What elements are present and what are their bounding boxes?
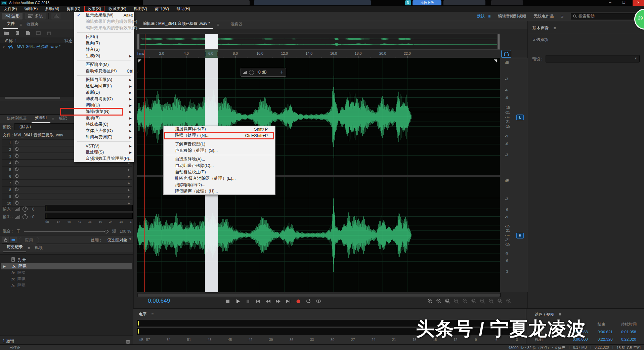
horizontal-scrollbar[interactable] (5, 97, 60, 99)
zoom-out-full-icon[interactable] (480, 298, 485, 305)
multitrack-view-button[interactable]: 多轨 (25, 13, 46, 19)
rack-slot-row[interactable]: 5▶ (2, 166, 132, 173)
menu-item[interactable]: 编辑效果组内的剪辑效果(F) (74, 18, 134, 25)
workspace-edit-audio-video-tab[interactable]: 编辑音频到视频 (498, 13, 526, 19)
menu-item[interactable]: 批处理(S)▶ (74, 149, 134, 156)
selection-end-handle[interactable]: } (217, 51, 219, 56)
zoom-sel-left-icon[interactable] (488, 298, 494, 305)
insert-multitrack-icon[interactable] (36, 31, 41, 35)
menu-item[interactable]: 匹配响度(M) (74, 61, 134, 68)
history-trash-icon[interactable] (126, 339, 130, 344)
menu-item[interactable]: 降噪（处理）(N)...Ctrl+Shift+P (164, 132, 275, 139)
rack-slot-row[interactable]: 9▶ (2, 193, 132, 200)
rack-slot-row[interactable]: 8▶ (2, 186, 132, 193)
time-display[interactable]: 0:00.649 (148, 298, 170, 304)
history-entry[interactable]: fx降噪 (1, 282, 132, 289)
zoom-amplitude-in-icon[interactable] (454, 298, 459, 305)
menu-item[interactable]: 特殊效果(C)▶ (74, 121, 134, 128)
editor-panel-menu-icon[interactable]: ≡ (217, 23, 219, 29)
basic-sound-menu-icon[interactable]: ≡ (553, 26, 556, 31)
tab-editor[interactable]: 编辑器 : MVI_3641 音频已提取 .wav * (139, 20, 213, 29)
menu-item[interactable]: 自动修复选区(H)Ctrl+U (74, 68, 134, 74)
input-gain-knob[interactable] (23, 207, 28, 212)
monitor-panel[interactable] (501, 50, 511, 58)
selview-value[interactable]: 0:01.058 (621, 330, 636, 334)
rewind-button[interactable] (265, 299, 271, 305)
mix-slider-knob[interactable] (104, 230, 108, 233)
menu-item[interactable]: 诊断(D)▶ (74, 89, 134, 96)
import-file-icon[interactable] (14, 31, 20, 35)
overview-strip[interactable] (137, 34, 500, 50)
zoom-in-left-icon[interactable] (471, 298, 477, 305)
menu-item[interactable]: 自动相位校正(P)... (164, 169, 275, 175)
workspace-menu-icon[interactable]: ≡ (488, 14, 490, 19)
close-button[interactable]: ✕ (633, 0, 644, 6)
spectral-display-button[interactable] (51, 13, 60, 19)
menu-item[interactable]: 立体声声像(O)▶ (74, 128, 134, 134)
zoom-sel-right-icon[interactable] (497, 298, 503, 305)
power-toggle-icon[interactable] (13, 140, 20, 145)
slot-menu-arrow-icon[interactable]: ▶ (128, 168, 132, 171)
menu-item[interactable]: 振幅与压限(A)▶ (74, 77, 134, 83)
menu-item[interactable]: 消除嗡嗡声(D)... (164, 182, 275, 188)
selview-value[interactable]: 0:06.621 (598, 330, 613, 334)
zoom-amplitude-out-icon[interactable] (462, 298, 468, 305)
menubar-item[interactable]: 多轨(M) (41, 6, 63, 12)
new-file-icon[interactable] (26, 31, 31, 35)
effects-rack-menu-icon[interactable]: ≡ (52, 117, 54, 123)
zoom-reset-icon[interactable] (506, 298, 512, 305)
tab-favorites[interactable]: 收藏夹 (23, 21, 42, 29)
expander-icon[interactable]: > (0, 45, 5, 49)
power-toggle-icon[interactable] (13, 154, 20, 159)
power-toggle-icon[interactable] (13, 180, 20, 186)
menu-item[interactable]: 自动咔嗒声移除(C)... (164, 163, 275, 169)
apply-button[interactable]: 应用 (19, 237, 39, 244)
menubar-item[interactable]: 窗口(W) (151, 6, 173, 12)
menu-item[interactable]: ✓显示效果组(W)Alt+0 (74, 12, 134, 18)
workspace-more-chevron[interactable]: » (561, 14, 563, 19)
workspace-radio-tab[interactable]: 无线电作品 (533, 13, 554, 19)
rack-list-toggle[interactable]: ≔ (10, 237, 17, 244)
menu-item[interactable]: 降低嘶声（处理）(H)... (164, 188, 275, 194)
menu-item[interactable]: 咔嗒声/爆音消除器（处理）(E)... (164, 175, 275, 182)
tab-effects-rack[interactable]: 效果组 (32, 114, 50, 123)
tab-history[interactable]: 历史记录 (3, 244, 26, 252)
power-toggle-icon[interactable] (13, 201, 20, 206)
power-toggle-icon[interactable] (13, 147, 20, 152)
menubar-item[interactable]: 帮助(H) (173, 6, 194, 12)
open-folder-icon[interactable] (3, 31, 9, 35)
menu-item[interactable]: 混响(B)▶ (74, 115, 134, 121)
menubar-item[interactable]: 效果(S) (84, 6, 105, 12)
selview-value[interactable]: 0:22.320 (598, 337, 613, 341)
menu-item[interactable]: 生成(G)▶ (74, 53, 134, 59)
workspace-default-tab[interactable]: 默认 (477, 13, 485, 19)
skip-selection-button[interactable] (316, 299, 321, 305)
menu-item[interactable]: VST(V)▶ (74, 143, 134, 149)
menubar-item[interactable]: 编辑(E) (20, 6, 41, 12)
power-toggle-icon[interactable] (13, 174, 20, 179)
history-entry[interactable]: 打开 (1, 257, 132, 263)
channel-badge[interactable]: R (516, 233, 524, 238)
mix-slider[interactable] (24, 231, 109, 232)
zoom-out-icon[interactable] (436, 298, 442, 305)
power-toggle-icon[interactable] (13, 194, 20, 199)
trash-icon[interactable] (47, 31, 51, 35)
menu-item[interactable]: 时间与变调(E)▶ (74, 134, 134, 140)
menu-item[interactable]: 滤波与均衡(Q)▶ (74, 96, 134, 102)
tab-files[interactable]: 文件 (3, 20, 18, 29)
tab-mixer[interactable]: 混音器 (227, 21, 246, 29)
history-panel-menu-icon[interactable]: ≡ (28, 246, 30, 252)
ruler-unit-label[interactable]: hms (137, 51, 144, 55)
levels-panel-menu-icon[interactable]: ≡ (151, 312, 154, 316)
timeline-ruler[interactable]: {}hms2.04.06.08.010.012.014.016.018.020.… (133, 50, 527, 58)
power-toggle-icon[interactable] (13, 167, 20, 172)
tab-video[interactable]: 视频 (31, 244, 46, 252)
minimize-button[interactable]: ─ (604, 0, 616, 6)
menu-item[interactable]: 反向(R) (74, 40, 134, 46)
fast-forward-button[interactable] (275, 299, 281, 305)
rack-slot-row[interactable]: 6▶ (2, 173, 132, 180)
selview-value[interactable]: 0:00.000 (573, 337, 588, 341)
menubar-item[interactable]: 收藏夹(R) (105, 6, 130, 12)
menubar-item[interactable]: 文件(F) (0, 6, 20, 12)
history-entry[interactable]: ▶fx降噪 (1, 263, 132, 269)
